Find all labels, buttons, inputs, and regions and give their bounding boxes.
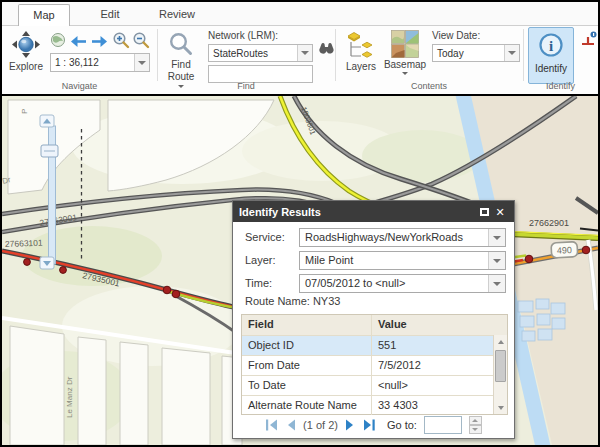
basemap-button[interactable]: Basemap [382,30,428,75]
cell-value: 551 [372,336,507,355]
dialog-title-bar[interactable]: Identify Results ✕ [233,201,514,222]
attributes-table: Field Value Object ID 551 From Date 7/5/… [241,314,508,415]
maximize-icon [480,208,489,216]
basemap-label: Basemap [384,59,426,70]
table-row[interactable]: To Date <null> [242,375,507,395]
identify-icon: i [536,31,566,63]
triangle-down-icon [472,428,478,431]
svg-text:490: 490 [557,245,573,256]
table-row[interactable]: Alternate Route Name 33 4303 [242,395,507,415]
tab-map[interactable]: Map [18,4,70,27]
find-route-button[interactable]: Find Route [162,32,200,88]
close-icon: ✕ [495,206,504,218]
map-scale-combobox[interactable]: 1 : 36,112 [50,53,150,72]
dialog-title: Identify Results [239,206,476,218]
chevron-down-icon [508,51,516,55]
page-info: (1 of 2) [303,419,338,431]
globe-icon [50,32,66,48]
scroll-down-button[interactable] [494,401,507,414]
layer-dropdown-button[interactable] [488,252,505,269]
spinner-up-button[interactable] [469,416,482,425]
cell-value: <null> [372,376,507,395]
route-name-value: NY33 [313,295,341,307]
network-lrm-dropdown-button[interactable] [297,45,312,61]
network-lrm-label: Network (LRM): [208,30,278,41]
chevron-down-icon [301,51,309,55]
layers-button[interactable]: Layers [342,30,380,72]
zoom-out-button[interactable] [132,31,150,53]
triangle-down-icon [498,406,504,410]
layer-combobox[interactable]: Mile Point [299,251,506,270]
tab-map-label: Map [33,9,54,21]
time-combobox[interactable]: 07/05/2012 to <null> [299,274,506,293]
first-page-button[interactable] [265,419,278,431]
goto-label: Go to: [387,419,417,431]
back-button[interactable] [70,34,87,52]
zoom-out-icon [132,31,150,49]
cell-value: 7/5/2012 [372,356,507,375]
route-name-label: Route Name: [245,295,310,307]
view-date-label: View Date: [432,30,480,41]
route-shield-490: 490 [551,242,578,258]
goto-spinner [469,416,482,434]
route-label: 27663101 [5,238,43,249]
map-scale-value: 1 : 36,112 [51,57,134,68]
table-scrollbar[interactable] [493,335,507,414]
identify-route-tool-button[interactable] [580,31,597,52]
chevron-down-icon [493,259,501,263]
next-page-button[interactable] [345,419,356,431]
full-extent-globe-button[interactable] [50,32,66,52]
chevron-down-icon [493,236,501,240]
arrow-right-icon [91,35,108,48]
identify-label: Identify [535,63,567,74]
tab-edit[interactable]: Edit [86,4,134,26]
network-lrm-combobox[interactable]: StateRoutes [208,44,313,62]
route-label: 27662901 [529,218,569,228]
previous-page-button[interactable] [285,419,296,431]
group-label-navigate: Navigate [2,81,157,93]
zoom-in-icon [112,31,130,49]
table-row[interactable]: Object ID 551 [242,335,507,355]
zoom-in-button[interactable] [112,31,130,53]
identify-button[interactable]: i Identify [528,27,574,84]
ribbon-tab-bar: Map Edit Review [2,2,598,26]
cell-field: From Date [242,356,372,375]
spinner-down-button[interactable] [469,425,482,434]
map-view[interactable]: 490 27663001 27663101 27935001 27662901 … [2,96,598,445]
svg-text:i: i [549,38,553,54]
find-route-magnifier-icon [168,32,194,58]
time-value: 07/05/2012 to <null> [300,275,488,292]
group-separator [157,29,158,81]
app-window: Map Edit Review Explore [0,0,600,447]
service-dropdown-button[interactable] [488,229,505,246]
map-scale-dropdown-button[interactable] [134,54,149,71]
explore-button[interactable]: Explore [6,30,46,72]
table-row[interactable]: From Date 7/5/2012 [242,355,507,375]
table-header-row: Field Value [242,315,507,335]
layers-label: Layers [346,61,376,72]
find-binoculars-button[interactable] [318,42,335,60]
time-dropdown-button[interactable] [488,275,505,292]
network-lrm-value: StateRoutes [209,48,297,59]
group-label-contents: Contents [335,81,523,93]
cell-field: Object ID [242,336,372,355]
find-route-label-1: Find [171,59,190,70]
goto-page-input[interactable] [424,416,462,434]
binoculars-icon [318,42,335,56]
scroll-up-button[interactable] [494,335,507,348]
last-page-button[interactable] [363,419,376,431]
triangle-up-icon [498,340,504,344]
maximize-button[interactable] [476,204,492,220]
view-date-dropdown-button[interactable] [504,45,519,61]
close-button[interactable]: ✕ [492,204,508,220]
service-combobox[interactable]: RoadsHighways/NewYorkRoads [299,228,506,247]
tab-review[interactable]: Review [148,4,206,26]
view-date-combobox[interactable]: Today [432,44,520,62]
group-separator [335,29,336,81]
group-separator [523,29,524,81]
triangle-up-icon [472,419,478,422]
scrollbar-thumb[interactable] [495,350,506,382]
forward-button[interactable] [91,34,108,52]
street-label: P [20,109,29,114]
group-label-identify: Identify [523,81,598,93]
